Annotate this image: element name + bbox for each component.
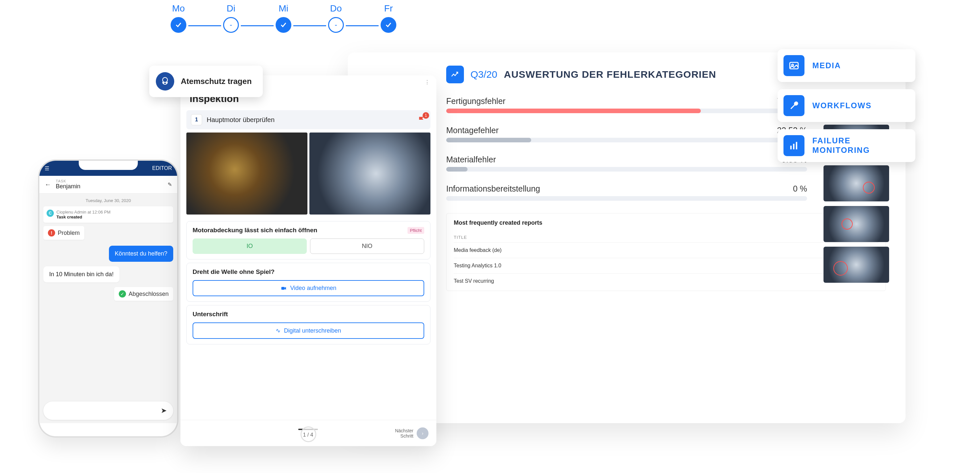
check-icon — [380, 17, 396, 33]
system-message: C Cioplenu Admin at 12:06 PM Task create… — [43, 206, 173, 223]
sys-event: Task created — [56, 214, 111, 219]
chat-bubble-outgoing: Könntest du helfen? — [109, 246, 173, 262]
quarter-label: Q3/20 — [471, 69, 497, 80]
progress-bar — [446, 196, 807, 201]
task-user: Benjamin — [56, 183, 163, 190]
done-label: Abgeschlossen — [129, 290, 169, 297]
avatar: C — [46, 210, 54, 217]
weekday-timeline: MoDi-MiDo-Fr — [170, 3, 396, 33]
failure-monitoring-card[interactable]: FAILURE MONITORING — [778, 129, 915, 162]
flag-icon[interactable]: 1 — [417, 116, 426, 124]
question-1: Motorabdeckung lässt sich einfach öffnen — [192, 227, 317, 234]
metric-label: Montagefehler — [446, 125, 499, 135]
wrench-icon — [783, 95, 805, 116]
chart-icon — [446, 66, 464, 83]
bar-chart-icon — [783, 135, 805, 156]
svg-rect-3 — [281, 287, 285, 289]
step-header[interactable]: 1 Hauptmotor überprüfen 1 — [186, 110, 430, 129]
day-mi[interactable]: Mi — [275, 3, 291, 33]
required-badge: Pflicht — [407, 227, 424, 234]
svg-point-1 — [163, 82, 164, 84]
image-motor[interactable] — [186, 133, 307, 214]
day-fr[interactable]: Fr — [380, 3, 396, 33]
timeline-connector — [241, 25, 274, 26]
done-tag: ✓ Abgeschlossen — [114, 287, 173, 301]
step-number: 1 — [191, 114, 202, 125]
menu-icon[interactable]: ☰ — [45, 165, 49, 171]
media-label: MEDIA — [812, 61, 841, 70]
table-row[interactable]: Test SV recurring7 — [454, 273, 878, 289]
problem-tag: ! Problem — [43, 226, 84, 240]
report-title: Testing Analytics 1.0 — [454, 263, 839, 269]
sys-author: Cioplenu Admin at 12:06 PM — [56, 210, 111, 214]
flag-count: 1 — [423, 112, 429, 119]
metric-label: Informationsbereitstellung — [446, 184, 540, 194]
next-step-label: Nächster Schritt — [395, 428, 414, 438]
more-icon[interactable]: ⋮ — [425, 79, 430, 85]
timeline-connector — [346, 25, 379, 26]
safety-label: Atemschutz tragen — [181, 77, 251, 86]
edit-icon[interactable]: ✎ — [168, 181, 172, 187]
report-title: Media feedback (de) — [454, 247, 839, 253]
send-icon[interactable]: ➤ — [161, 406, 167, 415]
sign-btn-label: Digital unterschreiben — [284, 327, 341, 334]
table-row[interactable]: Testing Analytics 1.09 — [454, 258, 878, 273]
table-row[interactable]: Media feedback (de)14 — [454, 243, 878, 258]
editor-label: EDITOR — [152, 165, 172, 171]
reports-table: Most frequently created reports TITLE RE… — [446, 213, 886, 291]
next-step-button[interactable]: Nächster Schritt › — [395, 427, 428, 439]
progress-bar — [446, 138, 807, 142]
empty-dot: - — [223, 17, 239, 33]
defect-thumb[interactable] — [824, 165, 889, 202]
col-title[interactable]: TITLE — [454, 235, 839, 240]
image-row — [180, 129, 436, 218]
phone-mockup: ☰ EDITOR ← TASK Benjamin ✎ Tuesday, June… — [39, 161, 177, 436]
reports-title: Most frequently created reports — [454, 219, 878, 226]
svg-point-2 — [166, 82, 167, 84]
svg-rect-7 — [793, 144, 794, 149]
defect-thumb[interactable] — [824, 206, 889, 242]
day-label: Do — [330, 3, 342, 14]
day-label: Fr — [384, 3, 393, 14]
chat-bubble-incoming: In 10 Minuten bin ich da! — [43, 267, 119, 283]
home-button[interactable] — [301, 426, 316, 442]
progress-bar — [446, 167, 807, 171]
back-icon[interactable]: ← — [45, 181, 51, 188]
workflows-label: WORKFLOWS — [812, 101, 872, 111]
chevron-right-icon: › — [417, 427, 428, 439]
safety-badge: Atemschutz tragen — [149, 66, 263, 97]
day-do[interactable]: Do- — [328, 3, 344, 33]
video-icon — [280, 285, 287, 292]
inspection-tablet: ⋮ Inspektion 1 Hauptmotor überprüfen 1 M… — [180, 75, 436, 446]
dashboard-title: AUSWERTUNG DER FEHLERKATEGORIEN — [504, 69, 716, 80]
workflows-card[interactable]: WORKFLOWS — [778, 89, 915, 122]
failure-label: FAILURE MONITORING — [812, 136, 870, 155]
io-button[interactable]: IO — [192, 238, 307, 254]
chat-body: Tuesday, June 30, 2020 C Cioplenu Admin … — [39, 194, 177, 423]
svg-rect-6 — [791, 146, 792, 149]
media-card[interactable]: MEDIA — [778, 49, 915, 82]
task-label: TASK — [56, 179, 163, 183]
day-mo[interactable]: Mo — [170, 3, 186, 33]
sign-button[interactable]: ∿ Digital unterschreiben — [192, 322, 424, 339]
timeline-connector — [188, 25, 221, 26]
chat-input[interactable]: ➤ — [43, 402, 173, 420]
question-2: Dreht die Welle ohne Spiel? — [192, 268, 424, 276]
check-circle-icon: ✓ — [119, 290, 126, 297]
check-icon — [275, 17, 291, 33]
metric-value: 0 % — [793, 184, 807, 194]
task-header: ← TASK Benjamin ✎ — [39, 176, 177, 194]
nio-button[interactable]: NIO — [310, 238, 424, 254]
metric-label: Fertigungsfehler — [446, 97, 506, 106]
record-video-button[interactable]: Video aufnehmen — [192, 280, 424, 296]
defect-thumb[interactable] — [824, 247, 889, 283]
alert-icon: ! — [48, 229, 55, 236]
feature-cards: MEDIA WORKFLOWS FAILURE MONITORING — [778, 49, 915, 162]
image-gear[interactable] — [309, 133, 430, 214]
question-3: Unterschrift — [192, 311, 424, 318]
day-di[interactable]: Di- — [223, 3, 239, 33]
media-icon — [783, 55, 805, 76]
day-label: Mo — [172, 3, 185, 14]
svg-rect-8 — [796, 142, 797, 149]
check-icon — [170, 17, 186, 33]
